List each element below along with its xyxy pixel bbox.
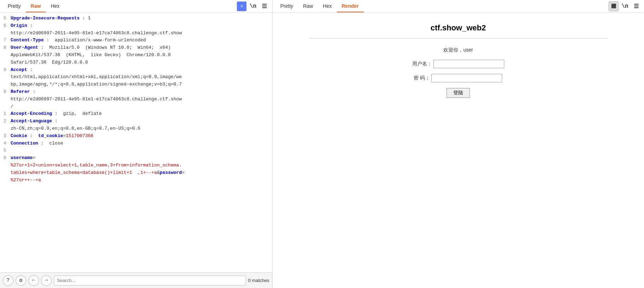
table-row: 6Origin : <box>4 22 269 30</box>
table-row: %27or+1=2+union+select+1,table_name,3+fr… <box>4 162 269 169</box>
table-row: 0Referer : <box>4 88 269 96</box>
table-row: 2Accept-Language : <box>4 118 269 125</box>
password-field: 密 码： <box>412 74 502 82</box>
help-button[interactable]: ? <box>3 275 13 286</box>
tab-raw-left[interactable]: Raw <box>26 0 46 12</box>
table-row: 5 <box>4 147 269 154</box>
table-row: 5Upgrade-Insecure-Requests : 1 <box>4 15 269 22</box>
table-row: 7Content-Type : application/x-www-form-u… <box>4 37 269 44</box>
tab-raw-right[interactable]: Raw <box>298 0 318 12</box>
menu-icon-right[interactable]: ☰ <box>631 1 641 11</box>
table-row: zh-CN,zh;q=0.9,en;q=0.8,en-GB;q=0.7,en-U… <box>4 125 269 133</box>
right-tab-bar: Pretty Raw Hex Render ⬛ \n ☰ <box>272 0 644 13</box>
table-row: 9Accept : <box>4 66 269 74</box>
left-panel: Pretty Raw Hex ≡ \n ☰ 5Upgrade-Insecure-… <box>0 0 272 288</box>
table-row: text/html,application/xhtml+xml,applicat… <box>4 74 269 81</box>
render-title: ctf.show_web2 <box>431 23 486 33</box>
render-welcome: 欢迎你，user <box>443 47 473 53</box>
username-label: 用户名： <box>412 61 432 67</box>
menu-icon-left[interactable]: ☰ <box>259 1 269 11</box>
settings-button[interactable]: ⚙ <box>16 275 26 286</box>
table-row: AppleWebKit/537.36 (KHTML, like Gecko) C… <box>4 52 269 59</box>
tab-pretty-left[interactable]: Pretty <box>3 0 26 12</box>
submit-row: 登陆 <box>412 88 504 98</box>
table-row: / <box>4 103 269 111</box>
tab-hex-right[interactable]: Hex <box>318 0 337 12</box>
password-label: 密 码： <box>412 75 430 81</box>
left-content: 5Upgrade-Insecure-Requests : 16Origin :h… <box>0 13 272 272</box>
right-panel: Pretty Raw Hex Render ⬛ \n ☰ ctf.show_we… <box>272 0 644 288</box>
username-field: 用户名： <box>412 60 504 68</box>
tab-render-right[interactable]: Render <box>337 0 364 12</box>
tab-hex-left[interactable]: Hex <box>46 0 64 12</box>
format-icon-right[interactable]: ⬛ <box>609 1 619 11</box>
newline-icon-right[interactable]: \n <box>620 1 630 11</box>
render-content: ctf.show_web2 欢迎你，user 用户名： 密 码： 登陆 <box>272 13 644 288</box>
left-bottom-bar: ? ⚙ ← → 0 matches <box>0 272 272 288</box>
forward-button[interactable]: → <box>41 275 52 286</box>
table-row: http://e2d06997-2011-4e95-81e1-e17ca7406… <box>4 96 269 103</box>
table-row: http://e2d06997-2011-4e95-81e1-e17ca7406… <box>4 30 269 37</box>
tab-pretty-right[interactable]: Pretty <box>275 0 298 12</box>
table-row: 8User-Agent : Mozilla/5.0 (Windows NT 10… <box>4 44 269 52</box>
table-row: 4Connection : close <box>4 140 269 147</box>
newline-icon-left[interactable]: \n <box>248 1 258 11</box>
search-input[interactable] <box>54 276 246 286</box>
table-row: %27or++--+a <box>4 177 269 184</box>
table-row: 6username= <box>4 154 269 162</box>
match-count: 0 matches <box>248 278 269 283</box>
back-button[interactable]: ← <box>28 275 39 286</box>
password-input[interactable] <box>431 74 502 82</box>
table-row: 1Accept-Encoding : gzip, deflate <box>4 110 269 118</box>
format-icon-left[interactable]: ≡ <box>237 1 247 11</box>
table-row: tables+where+table_schema=database()+lim… <box>4 169 269 177</box>
username-input[interactable] <box>433 60 504 68</box>
table-row: bp,image/apng,*/*;q=0.8,application/sign… <box>4 81 269 88</box>
table-row: Safari/537.36 Edg/120.0.0.0 <box>4 59 269 66</box>
render-form: 用户名： 密 码： 登陆 <box>412 60 504 98</box>
login-button[interactable]: 登陆 <box>447 88 470 98</box>
left-tab-bar: Pretty Raw Hex ≡ \n ☰ <box>0 0 272 13</box>
render-divider <box>310 38 607 39</box>
table-row: 3Cookie : td_cookie=1517007366 <box>4 133 269 140</box>
